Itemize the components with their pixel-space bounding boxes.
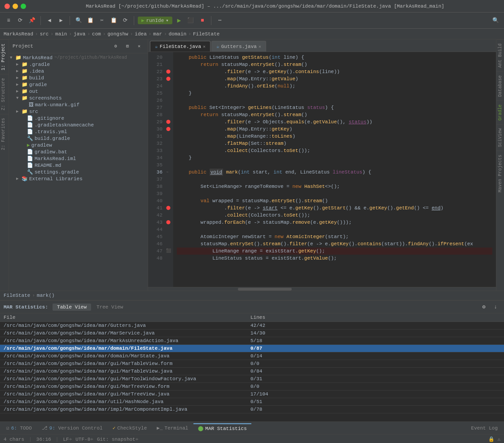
minimize-button[interactable]: [13, 4, 18, 9]
loc-filestate[interactable]: FileState: [4, 293, 30, 298]
run-button[interactable]: ▶ runIde ▾: [138, 17, 172, 24]
tree-item-gradlew[interactable]: ▶ gradlew: [9, 142, 148, 148]
tree-item-src[interactable]: ▶ 📁 src: [9, 108, 148, 115]
status-icon-2[interactable]: ⚠: [497, 437, 500, 442]
table-row[interactable]: /src/main/java/com/gongshw/idea/mar/util…: [0, 398, 504, 406]
tool-tab-vcs[interactable]: ⎇ 9: Version Control: [37, 424, 107, 432]
tab-gutters-close[interactable]: ✕: [259, 44, 261, 49]
bc-domain[interactable]: domain: [169, 31, 187, 37]
sidebar-expand-icon[interactable]: ⊞: [123, 41, 132, 51]
tree-item-external-libs[interactable]: ▶ 📚 External Libraries: [9, 175, 148, 182]
status-icon-1[interactable]: 🔒: [488, 437, 495, 442]
vtab-structure[interactable]: Z: Structure: [0, 74, 9, 114]
toolbar-btn-2[interactable]: ⟳: [15, 16, 25, 26]
toolbar-btn-6[interactable]: ✂: [97, 16, 107, 26]
table-row[interactable]: /src/main/java/com/gongshw/idea/mar/MarS…: [0, 330, 504, 337]
maven-panel[interactable]: Maven Projects: [497, 151, 504, 196]
tree-item-settingsgradle[interactable]: 🔧 settings.gradle: [9, 169, 148, 175]
toolbar-back[interactable]: ◀: [44, 16, 54, 26]
loc-mark[interactable]: mark(): [37, 293, 55, 298]
tab-tree-view[interactable]: Tree View: [92, 304, 127, 311]
status-position[interactable]: 36:16: [36, 437, 51, 442]
table-row[interactable]: /src/main/java/com/gongshw/idea/mar/gui/…: [0, 391, 504, 398]
table-row[interactable]: /src/main/java/com/gongshw/idea/mar/gui/…: [0, 360, 504, 368]
tree-item-gradlewbat[interactable]: 📄 gradlew.bat: [9, 148, 148, 155]
toolbar-btn-1[interactable]: ≡: [4, 16, 13, 26]
toolbar-search[interactable]: 🔍: [491, 16, 500, 26]
bottom-settings-icon[interactable]: ⚙: [479, 302, 489, 312]
table-row[interactable]: /src/main/java/com/gongshw/idea/mar/gui/…: [0, 383, 504, 391]
code-editor[interactable]: 20 21 22 23 24 25 26 27 28 29 30 31 32 3…: [148, 52, 496, 287]
col-header-file[interactable]: File: [0, 313, 247, 322]
tree-item-gradlefolder[interactable]: ▶ 📁 gradle: [9, 81, 148, 88]
maximize-button[interactable]: [21, 4, 26, 9]
toolbar-btn-4[interactable]: 🔍: [74, 16, 83, 26]
bc-main[interactable]: main: [55, 31, 67, 37]
tab-gutters[interactable]: ☕ Gutters.java ✕: [211, 41, 266, 52]
table-row[interactable]: /src/main/java/com/gongshw/idea/mar/impl…: [0, 406, 504, 413]
table-row[interactable]: /src/main/java/com/gongshw/idea/mar/gui/…: [0, 368, 504, 375]
gradle-panel[interactable]: Gradle: [497, 100, 504, 124]
tree-item-out[interactable]: ▶ 📁 out: [9, 88, 148, 95]
bottom-close-icon[interactable]: ↓: [491, 302, 500, 312]
tab-filestate[interactable]: ☕ FileState.java ✕: [150, 41, 210, 52]
bc-java[interactable]: java: [74, 31, 85, 37]
tree-item-gitignore[interactable]: 📄 .gitignore: [9, 115, 148, 122]
tree-item-iml[interactable]: 📄 MarkAsRead.iml: [9, 155, 148, 162]
status-lf[interactable]: LF÷: [63, 437, 72, 442]
toolbar-more[interactable]: ⋯: [215, 16, 225, 26]
tab-filestate-close[interactable]: ✕: [203, 44, 206, 49]
tool-tab-todo[interactable]: ☑ 6: TODO: [2, 424, 36, 432]
tool-tab-eventlog[interactable]: Event Log: [467, 424, 502, 432]
sidebar-settings-icon[interactable]: ⚙: [111, 41, 121, 51]
col-header-lines[interactable]: Lines: [247, 313, 504, 322]
bc-markasread[interactable]: MarkAsRead: [4, 31, 33, 37]
tree-item-travis[interactable]: 📄 .travis.yml: [9, 128, 148, 135]
table-row[interactable]: /src/main/java/com/gongshw/idea/mar/doma…: [0, 352, 504, 360]
tree-item-idea[interactable]: ▶ 📁 .idea: [9, 68, 148, 74]
scrollbar-horizontal[interactable]: [148, 287, 496, 291]
tree-item-gradletask[interactable]: 📄 .gradletasknamecache: [9, 122, 148, 128]
toolbar-btn-8[interactable]: ⟳: [120, 16, 130, 26]
status-vcs[interactable]: Git: snapshot÷: [97, 437, 138, 442]
status-chars[interactable]: 4 chars: [4, 437, 24, 442]
table-row[interactable]: /src/main/java/com/gongshw/idea/mar/Gutt…: [0, 322, 504, 330]
tree-item-markasread[interactable]: ▼ 📁 MarkAsRead ~/project/github/MarkAsRe…: [9, 54, 148, 61]
tool-tab-terminal[interactable]: ▶_ Terminal: [152, 424, 193, 432]
tree-item-buildgradle[interactable]: 🔧 build.gradle: [9, 135, 148, 142]
bc-filestate[interactable]: FileState: [193, 31, 219, 37]
tool-tab-checkstyle[interactable]: ✓ CheckStyle: [108, 424, 152, 432]
tree-item-readme[interactable]: 📄 README.md: [9, 162, 148, 169]
table-row[interactable]: /src/main/java/com/gongshw/idea/mar/doma…: [0, 345, 504, 352]
tree-item-screenshots[interactable]: ▼ 📁 screenshots: [9, 95, 148, 101]
bc-com[interactable]: com: [92, 31, 101, 37]
close-button[interactable]: [4, 4, 10, 9]
bc-mar[interactable]: mar: [153, 31, 162, 37]
toolbar-btn-5[interactable]: 📋: [85, 16, 95, 26]
vtab-project[interactable]: 1: Project: [0, 39, 9, 74]
sciview-panel[interactable]: SciView: [497, 124, 504, 151]
ant-build-panel[interactable]: Ant Build: [497, 39, 504, 71]
table-row[interactable]: /src/main/java/com/gongshw/idea/mar/Mark…: [0, 337, 504, 345]
bc-idea[interactable]: idea: [135, 31, 146, 37]
mar-table-container[interactable]: File Lines /src/main/java/com/gongshw/id…: [0, 313, 504, 421]
toolbar-play-btn[interactable]: ▶: [174, 16, 184, 26]
tree-item-gradle[interactable]: ▶ 📁 .gradle: [9, 61, 148, 68]
sidebar-close-icon[interactable]: ✕: [134, 41, 144, 51]
database-panel[interactable]: Database: [497, 71, 504, 100]
toolbar-btn-7[interactable]: 📋: [109, 16, 118, 26]
tool-tab-mar[interactable]: ⬤ MAR Statistics: [193, 423, 251, 433]
toolbar-btn-3[interactable]: 📌: [27, 16, 37, 26]
toolbar-stop-btn[interactable]: ■: [197, 16, 207, 26]
tree-item-gif[interactable]: 🖼 mark-unmark.gif: [9, 101, 148, 108]
scroll-thumb[interactable]: [238, 288, 292, 291]
toolbar-debug-btn[interactable]: ⬛: [186, 16, 196, 26]
vtab-favorites[interactable]: 2: Favorites: [0, 114, 9, 154]
toolbar-forward[interactable]: ▶: [56, 16, 66, 26]
code-content[interactable]: public LineStatus getStatus(int line) { …: [173, 52, 496, 287]
status-encoding[interactable]: UTF-8÷: [75, 437, 93, 442]
bc-gongshw[interactable]: gongshw: [108, 31, 128, 37]
table-row[interactable]: /src/main/java/com/gongshw/idea/mar/gui/…: [0, 375, 504, 383]
tab-table-view[interactable]: Table View: [53, 304, 91, 311]
tree-item-build[interactable]: ▶ 📁 build: [9, 74, 148, 81]
